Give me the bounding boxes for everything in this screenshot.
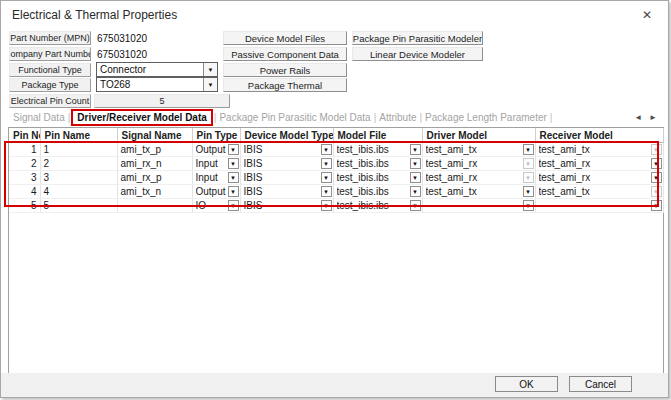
pin-model-table: Pin No Pin Name Signal Name Pin Type Dev… [9, 128, 664, 213]
model-file-dropdown[interactable]: test_ibis.ibs▼ [333, 171, 422, 185]
cell-signal-name[interactable]: ami_tx_n [117, 185, 192, 199]
cell-signal-name[interactable]: ami_rx_n [117, 157, 192, 171]
dropdown-value: test_ami_tx [426, 144, 523, 155]
dropdown-arrow-icon[interactable]: ▼ [651, 158, 662, 169]
tab-scroll-right-icon[interactable]: ► [649, 113, 657, 122]
col-header-pin-no[interactable]: Pin No [9, 128, 40, 143]
cell-pin-name[interactable]: 5 [40, 199, 117, 213]
dropdown-value: test_ibis.ibs [337, 158, 410, 169]
col-header-device-model-type[interactable]: Device Model Type [240, 128, 333, 143]
tab-separator: | [550, 112, 553, 123]
dropdown-arrow-icon[interactable]: ▼ [321, 158, 332, 169]
dropdown-arrow-icon[interactable]: ▼ [321, 172, 332, 183]
tab-separator: | [419, 112, 422, 123]
package-thermal-button[interactable]: Package Thermal [223, 78, 347, 92]
dropdown-arrow-icon[interactable]: ▼ [321, 186, 332, 197]
cell-signal-name[interactable]: ami_tx_p [117, 143, 192, 157]
dropdown-arrow-icon[interactable]: ▼ [321, 200, 332, 211]
col-header-signal-name[interactable]: Signal Name [117, 128, 192, 143]
package-pin-parasitic-modeler-button[interactable]: Package Pin Parasitic Modeler [352, 31, 483, 45]
dropdown-value: Input [196, 158, 228, 169]
device-model-files-button[interactable]: Device Model Files [223, 31, 347, 45]
device-model-type-dropdown[interactable]: IBIS▼ [240, 199, 333, 213]
tab-signal-data[interactable]: Signal Data [11, 112, 67, 123]
cell-pin-name[interactable]: 3 [40, 171, 117, 185]
model-file-dropdown[interactable]: test_ibis.ibs▼ [333, 143, 422, 157]
receiver-model-dropdown[interactable]: ▼ [535, 199, 663, 213]
dropdown-value: IO [196, 200, 228, 211]
model-file-dropdown[interactable]: test_ibis.ibs▼ [333, 199, 422, 213]
dropdown-arrow-icon[interactable]: ▼ [651, 172, 662, 183]
cell-pin-name[interactable]: 2 [40, 157, 117, 171]
pin-type-dropdown[interactable]: Input▼ [192, 171, 240, 185]
pin-type-dropdown[interactable]: Output▼ [192, 185, 240, 199]
col-header-model-file[interactable]: Model File [333, 128, 422, 143]
dropdown-value: test_ami_rx [539, 158, 651, 169]
tab-separator: | [68, 112, 71, 123]
dropdown-value: IBIS [244, 186, 321, 197]
dropdown-arrow-icon[interactable]: ▼ [523, 144, 534, 155]
col-header-pin-type[interactable]: Pin Type [192, 128, 240, 143]
tab-scroll-left-icon[interactable]: ◄ [634, 113, 642, 122]
close-icon[interactable]: ✕ [632, 1, 662, 28]
dropdown-arrow-icon[interactable]: ▼ [410, 200, 421, 211]
tab-driver-receiver-model-data[interactable]: Driver/Receiver Model Data [71, 109, 213, 126]
driver-model-dropdown[interactable]: test_ami_tx▼ [422, 185, 535, 199]
cancel-button[interactable]: Cancel [569, 376, 632, 392]
driver-model-dropdown[interactable]: test_ami_rx▼ [422, 157, 535, 171]
receiver-model-dropdown[interactable]: test_ami_rx▼ [535, 157, 663, 171]
dropdown-arrow-icon[interactable]: ▼ [228, 144, 239, 155]
dropdown-arrow-icon[interactable]: ▼ [410, 172, 421, 183]
device-model-type-dropdown[interactable]: IBIS▼ [240, 157, 333, 171]
functional-type-combo[interactable]: Connector ▼ [96, 62, 218, 77]
dropdown-arrow-icon[interactable]: ▼ [523, 200, 534, 211]
cell-pin-name[interactable]: 1 [40, 143, 117, 157]
cell-signal-name[interactable] [117, 199, 192, 213]
device-model-type-dropdown[interactable]: IBIS▼ [240, 143, 333, 157]
chevron-down-icon[interactable]: ▼ [203, 63, 217, 76]
col-header-pin-name[interactable]: Pin Name [40, 128, 117, 143]
receiver-model-dropdown[interactable]: test_ami_rx▼ [535, 171, 663, 185]
pin-type-dropdown[interactable]: Output▼ [192, 143, 240, 157]
dropdown-arrow-icon[interactable]: ▼ [228, 158, 239, 169]
dropdown-arrow-icon[interactable]: ▼ [410, 186, 421, 197]
dropdown-value: test_ami_rx [426, 158, 523, 169]
chevron-down-icon[interactable]: ▼ [203, 78, 217, 91]
cell-signal-name[interactable]: ami_rx_p [117, 171, 192, 185]
pin-type-dropdown[interactable]: IO▼ [192, 199, 240, 213]
ok-button[interactable]: OK [495, 376, 558, 392]
pin-type-dropdown[interactable]: Input▼ [192, 157, 240, 171]
package-type-combo[interactable]: TO268 ▼ [96, 77, 218, 92]
tab-separator: | [214, 112, 217, 123]
dropdown-value: test_ibis.ibs [337, 200, 410, 211]
tab-attribute[interactable]: Attribute [377, 112, 418, 123]
tab-package-length-parameter[interactable]: Package Length Parameter [423, 112, 549, 123]
receiver-model-dropdown[interactable]: test_ami_tx▼ [535, 185, 663, 199]
electrical-pin-count-label: Electrical Pin Count [9, 94, 91, 108]
dropdown-arrow-icon[interactable]: ▼ [410, 158, 421, 169]
driver-model-dropdown[interactable]: test_ami_rx▼ [422, 171, 535, 185]
col-header-driver-model[interactable]: Driver Model [422, 128, 535, 143]
dropdown-arrow-icon[interactable]: ▼ [228, 200, 239, 211]
model-file-dropdown[interactable]: test_ibis.ibs▼ [333, 185, 422, 199]
dropdown-arrow-icon[interactable]: ▼ [410, 144, 421, 155]
dropdown-arrow-icon[interactable]: ▼ [651, 200, 662, 211]
passive-component-data-button[interactable]: Passive Component Data [223, 47, 347, 61]
receiver-model-dropdown[interactable]: test_ami_tx▼ [535, 143, 663, 157]
company-part-number-label: Company Part Number [9, 47, 91, 61]
dropdown-arrow-icon[interactable]: ▼ [228, 186, 239, 197]
cell-pin-no: 2 [9, 157, 40, 171]
col-header-receiver-model[interactable]: Receiver Model [535, 128, 663, 143]
driver-model-dropdown[interactable]: ▼ [422, 199, 535, 213]
cell-pin-name[interactable]: 4 [40, 185, 117, 199]
linear-device-modeler-button[interactable]: Linear Device Modeler [352, 47, 483, 61]
device-model-type-dropdown[interactable]: IBIS▼ [240, 185, 333, 199]
driver-model-dropdown[interactable]: test_ami_tx▼ [422, 143, 535, 157]
dropdown-arrow-icon[interactable]: ▼ [228, 172, 239, 183]
dropdown-arrow-icon[interactable]: ▼ [523, 186, 534, 197]
power-rails-button[interactable]: Power Rails [223, 63, 347, 77]
device-model-type-dropdown[interactable]: IBIS▼ [240, 171, 333, 185]
model-file-dropdown[interactable]: test_ibis.ibs▼ [333, 157, 422, 171]
tab-package-pin-parasitic-model-data[interactable]: Package Pin Parasitic Model Data [217, 112, 372, 123]
dropdown-arrow-icon[interactable]: ▼ [321, 144, 332, 155]
